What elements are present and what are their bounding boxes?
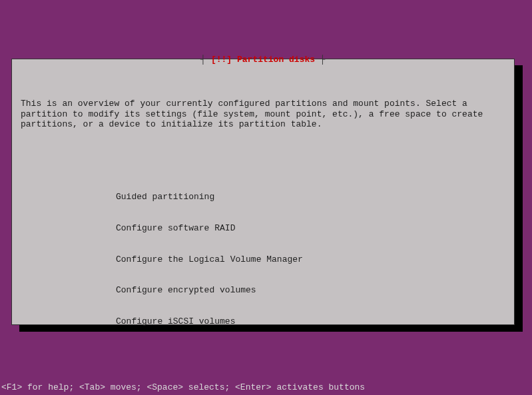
config-menu: Guided partitioning Configure software R… (116, 171, 505, 348)
menu-iscsi[interactable]: Configure iSCSI volumes (116, 316, 505, 327)
menu-encrypted[interactable]: Configure encrypted volumes (116, 285, 505, 296)
menu-guided[interactable]: Guided partitioning (116, 192, 505, 202)
menu-lvm[interactable]: Configure the Logical Volume Manager (116, 254, 505, 265)
dialog-title: ┤ [!!] Partition disks ├ (12, 55, 514, 65)
title-left-bracket: ┤ (200, 55, 211, 65)
partition-dialog: ┤ [!!] Partition disks ├ This is an over… (11, 59, 515, 325)
title-marker: [!!] (211, 55, 232, 65)
menu-raid[interactable]: Configure software RAID (116, 223, 505, 234)
help-footer: <F1> for help; <Tab> moves; <Space> sele… (1, 382, 365, 393)
title-text: Partition disks (232, 55, 315, 65)
title-right-bracket: ├ (315, 55, 326, 65)
intro-text: This is an overview of your currently co… (21, 99, 505, 130)
